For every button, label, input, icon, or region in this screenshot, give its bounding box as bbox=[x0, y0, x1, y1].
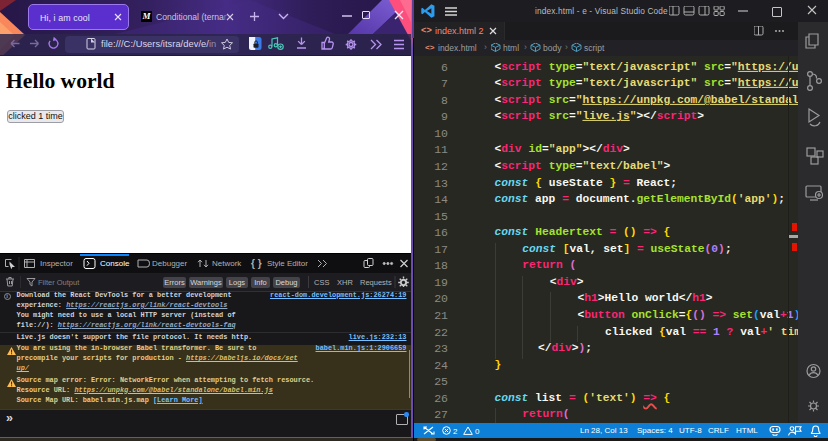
svg-text:2: 2 bbox=[453, 427, 458, 436]
svg-text:{ }: { } bbox=[251, 258, 262, 269]
svg-text:0: 0 bbox=[475, 427, 480, 436]
